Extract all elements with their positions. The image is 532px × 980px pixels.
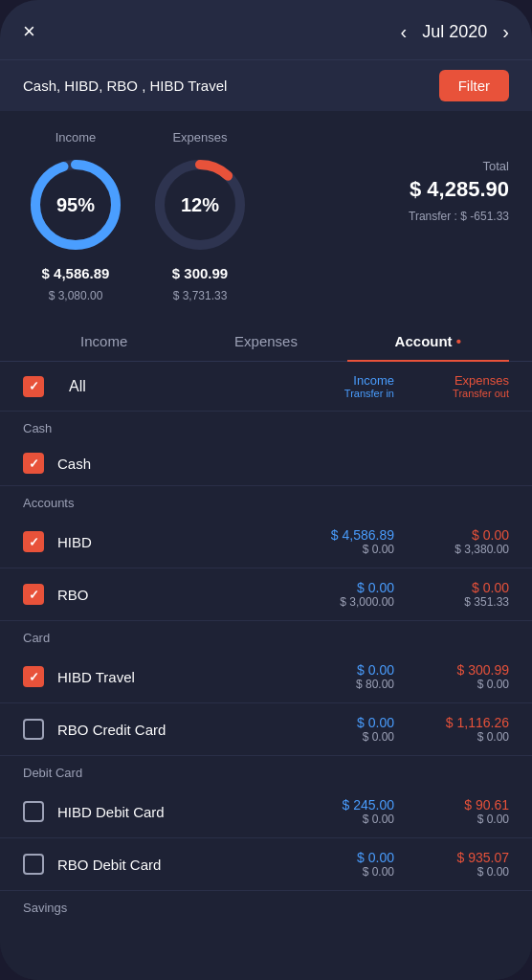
hibd-expense: $ 0.00 <box>423 527 509 543</box>
selected-accounts: Cash, HIBD, RBO , HIBD Travel <box>23 78 227 94</box>
hibd-debit-income-col: $ 245.00 $ 0.00 <box>308 797 394 826</box>
hibd-debit-expense-sub: $ 0.00 <box>423 813 509 826</box>
hibd-debit-income-sub: $ 0.00 <box>308 813 394 826</box>
total-label: Total <box>483 159 509 173</box>
rbo-values: $ 0.00 $ 3,000.00 $ 0.00 $ 351.33 <box>308 580 509 609</box>
account-list: ✓ All Income Transfer in Expenses Transf… <box>0 362 532 980</box>
hibd-checkbox[interactable]: ✓ <box>23 531 44 552</box>
hibd-travel-row: ✓ HIBD Travel $ 0.00 $ 80.00 $ 300.99 $ … <box>0 651 532 703</box>
header: × ‹ Jul 2020 › <box>0 0 532 59</box>
all-left: ✓ All <box>23 376 86 397</box>
rbo-credit-income: $ 0.00 <box>308 715 394 730</box>
expenses-amount: $ 300.99 <box>172 265 228 281</box>
hibd-name: HIBD <box>57 534 308 550</box>
hibd-expense-col: $ 0.00 $ 3,380.00 <box>423 527 509 556</box>
expenses-label: Expenses <box>172 130 227 145</box>
all-row: ✓ All Income Transfer in Expenses Transf… <box>0 362 532 412</box>
close-button[interactable]: × <box>23 19 35 44</box>
total-amount: $ 4,285.90 <box>410 177 509 202</box>
debit-section-label: Debit Card <box>0 756 532 786</box>
income-col-header: Income Transfer in <box>308 373 394 399</box>
hibd-row: ✓ HIBD $ 4,586.89 $ 0.00 $ 0.00 $ 3,380.… <box>0 516 532 568</box>
rbo-credit-name: RBO Credit Card <box>57 722 308 738</box>
hibd-travel-values: $ 0.00 $ 80.00 $ 300.99 $ 0.00 <box>308 662 509 691</box>
rbo-name: RBO <box>57 587 308 603</box>
tabs-bar: Income Expenses Account • <box>0 322 532 362</box>
expenses-header-label: Expenses <box>423 373 509 388</box>
rbo-income-col: $ 0.00 $ 3,000.00 <box>308 580 394 609</box>
hibd-travel-expense-col: $ 300.99 $ 0.00 <box>423 662 509 691</box>
hibd-debit-values: $ 245.00 $ 0.00 $ 90.61 $ 0.00 <box>308 797 509 826</box>
rbo-debit-expense-col: $ 935.07 $ 0.00 <box>423 850 509 879</box>
hibd-income: $ 4,586.89 <box>308 527 394 543</box>
transfer-label: Transfer : $ -651.33 <box>409 210 509 223</box>
transfer-in-label: Transfer in <box>308 388 394 399</box>
rbo-row: ✓ RBO $ 0.00 $ 3,000.00 $ 0.00 $ 351.33 <box>0 568 532 621</box>
tab-income[interactable]: Income <box>23 322 185 361</box>
expense-col-header: Expenses Transfer out <box>423 373 509 399</box>
all-right: Income Transfer in Expenses Transfer out <box>308 373 509 399</box>
income-chart-block: Income 95% $ 4,586.89 $ 3,080.00 <box>23 130 128 302</box>
cash-section-label: Cash <box>0 412 532 441</box>
next-month-button[interactable]: › <box>502 21 509 43</box>
prev-month-button[interactable]: ‹ <box>401 21 408 43</box>
total-block: Total $ 4,285.90 Transfer : $ -651.33 <box>272 130 509 223</box>
rbo-debit-values: $ 0.00 $ 0.00 $ 935.07 $ 0.00 <box>308 850 509 879</box>
rbo-expense-sub: $ 351.33 <box>423 595 509 609</box>
rbo-debit-income: $ 0.00 <box>308 850 394 865</box>
hibd-debit-name: HIBD Debit Card <box>57 804 308 820</box>
rbo-credit-row: RBO Credit Card $ 0.00 $ 0.00 $ 1,116.26… <box>0 703 532 756</box>
hibd-debit-checkbox[interactable] <box>23 801 44 822</box>
income-header-label: Income <box>308 373 394 388</box>
rbo-debit-row: RBO Debit Card $ 0.00 $ 0.00 $ 935.07 $ … <box>0 838 532 891</box>
all-label: All <box>69 378 86 395</box>
hibd-income-sub: $ 0.00 <box>308 543 394 556</box>
hibd-travel-income-sub: $ 80.00 <box>308 678 394 691</box>
phone-container: × ‹ Jul 2020 › Cash, HIBD, RBO , HIBD Tr… <box>0 0 532 980</box>
rbo-credit-income-col: $ 0.00 $ 0.00 <box>308 715 394 744</box>
hibd-travel-checkbox[interactable]: ✓ <box>23 666 44 687</box>
rbo-expense: $ 0.00 <box>423 580 509 595</box>
month-navigation: ‹ Jul 2020 › <box>401 21 509 43</box>
cash-name: Cash <box>57 456 509 472</box>
rbo-credit-income-sub: $ 0.00 <box>308 730 394 744</box>
rbo-debit-income-sub: $ 0.00 <box>308 865 394 879</box>
tab-expenses[interactable]: Expenses <box>185 322 346 361</box>
transfer-out-label: Transfer out <box>423 388 509 399</box>
rbo-income: $ 0.00 <box>308 580 394 595</box>
all-checkbox[interactable]: ✓ <box>23 376 44 397</box>
expenses-sub: $ 3,731.33 <box>173 289 228 302</box>
hibd-travel-expense: $ 300.99 <box>423 662 509 678</box>
hibd-debit-expense-col: $ 90.61 $ 0.00 <box>423 797 509 826</box>
income-sub: $ 3,080.00 <box>49 289 103 302</box>
hibd-debit-expense: $ 90.61 <box>423 797 509 813</box>
filter-bar: Cash, HIBD, RBO , HIBD Travel Filter <box>0 59 532 111</box>
summary-section: Income 95% $ 4,586.89 $ 3,080.00 Expense… <box>0 111 532 322</box>
expenses-percent: 12% <box>181 194 219 216</box>
rbo-debit-expense-sub: $ 0.00 <box>423 865 509 879</box>
rbo-debit-income-col: $ 0.00 $ 0.00 <box>308 850 394 879</box>
rbo-credit-values: $ 0.00 $ 0.00 $ 1,116.26 $ 0.00 <box>308 715 509 744</box>
expenses-chart-block: Expenses 12% $ 300.99 $ 3,731.33 <box>147 130 253 302</box>
hibd-debit-income: $ 245.00 <box>308 797 394 813</box>
rbo-credit-expense-sub: $ 0.00 <box>423 730 509 744</box>
rbo-debit-name: RBO Debit Card <box>57 857 308 873</box>
hibd-travel-income-col: $ 0.00 $ 80.00 <box>308 662 394 691</box>
rbo-credit-checkbox[interactable] <box>23 719 44 740</box>
income-amount: $ 4,586.89 <box>42 265 110 281</box>
income-donut: 95% <box>23 152 128 257</box>
rbo-debit-checkbox[interactable] <box>23 854 44 875</box>
cash-checkbox[interactable]: ✓ <box>23 453 44 474</box>
filter-button[interactable]: Filter <box>439 70 509 101</box>
rbo-checkbox[interactable]: ✓ <box>23 584 44 605</box>
tab-account[interactable]: Account • <box>347 322 509 361</box>
rbo-income-sub: $ 3,000.00 <box>308 595 394 609</box>
rbo-debit-expense: $ 935.07 <box>423 850 509 865</box>
expenses-donut: 12% <box>147 152 253 257</box>
hibd-values: $ 4,586.89 $ 0.00 $ 0.00 $ 3,380.00 <box>308 527 509 556</box>
rbo-expense-col: $ 0.00 $ 351.33 <box>423 580 509 609</box>
accounts-section-label: Accounts <box>0 486 532 516</box>
rbo-credit-expense: $ 1,116.26 <box>423 715 509 730</box>
hibd-travel-name: HIBD Travel <box>57 669 308 685</box>
savings-section-label: Savings <box>0 891 532 921</box>
